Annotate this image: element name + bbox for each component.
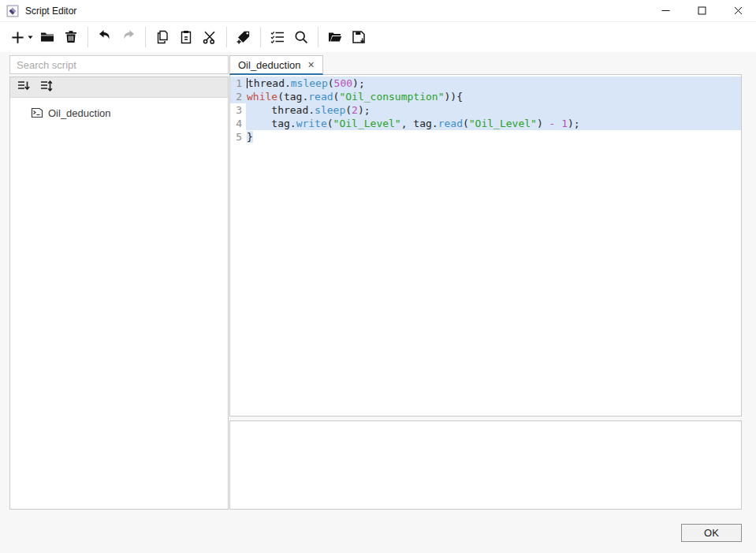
toolbar-separator: [88, 27, 88, 47]
toolbar-separator: [318, 27, 318, 47]
tag-add-icon: [236, 29, 251, 45]
line-number: 2: [230, 90, 246, 103]
code-line-4[interactable]: 4 tag.write("Oil_Level", tag.read("Oil_L…: [230, 117, 741, 130]
copy-icon: [155, 29, 170, 45]
window-title: Script Editor: [25, 6, 76, 17]
ok-button[interactable]: OK: [681, 524, 742, 542]
code-line-5[interactable]: 5}: [230, 130, 741, 144]
script-tree-panel: Oil_deduction: [9, 77, 229, 510]
sort-up-down-icon: [39, 79, 54, 95]
code-editor[interactable]: 1thread.msleep(500);2while(tag.read("Oil…: [229, 74, 742, 417]
line-text: thread.msleep(500);: [246, 77, 741, 90]
minimize-button[interactable]: [647, 0, 683, 22]
minimize-icon: [661, 6, 670, 17]
line-text: thread.sleep(2);: [246, 103, 741, 117]
folder-open-button[interactable]: [323, 25, 347, 49]
script-file-icon: [31, 106, 43, 119]
script-editor-window: { "window": { "title": "Script Editor", …: [0, 0, 756, 553]
paste-button[interactable]: [174, 25, 198, 49]
undo-button[interactable]: [93, 25, 117, 49]
search-input[interactable]: [9, 55, 229, 74]
code-lines: 1thread.msleep(500);2while(tag.read("Oil…: [230, 77, 741, 144]
save-button[interactable]: [347, 25, 371, 49]
content-area: Oil_deduction Oil_deduction × 1thread.ms…: [0, 52, 756, 553]
undo-icon: [97, 29, 113, 45]
line-text: while(tag.read("Oil_consumption")){: [246, 90, 741, 103]
toolbar-separator: [226, 27, 227, 47]
toolbar-separator: [145, 27, 146, 47]
line-number: 4: [230, 117, 246, 130]
line-text: }: [246, 130, 741, 144]
copy-button[interactable]: [151, 25, 174, 49]
cut-icon: [202, 29, 218, 45]
folder-open-icon: [327, 29, 343, 45]
checklist-icon: [270, 29, 285, 45]
selected-text: }: [247, 131, 253, 143]
maximize-button[interactable]: [683, 0, 720, 22]
cut-button[interactable]: [198, 25, 222, 49]
tab-close-icon[interactable]: ×: [308, 59, 315, 70]
code-line-3[interactable]: 3 thread.sleep(2);: [230, 103, 741, 117]
line-number: 5: [230, 130, 246, 144]
search-button[interactable]: [289, 25, 313, 49]
search-icon: [293, 29, 309, 45]
save-icon: [351, 29, 367, 45]
tag-add-button[interactable]: [232, 25, 255, 49]
line-text: tag.write("Oil_Level", tag.read("Oil_Lev…: [246, 117, 741, 130]
trash-icon: [63, 29, 79, 45]
line-number: 3: [230, 103, 246, 117]
sort-up-down-button[interactable]: [38, 79, 55, 96]
sort-bar: [10, 77, 228, 98]
output-panel: [229, 420, 742, 510]
paste-icon: [178, 29, 194, 45]
add-button[interactable]: [8, 25, 35, 49]
tree-item-label: Oil_deduction: [48, 107, 111, 119]
trash-button[interactable]: [59, 25, 83, 49]
folder-icon: [39, 29, 55, 45]
sort-descending-icon: [17, 79, 31, 95]
title-bar: Script Editor: [0, 0, 756, 22]
toolbar-items: [0, 22, 756, 52]
redo-button[interactable]: [117, 25, 140, 49]
sort-descending-button[interactable]: [15, 79, 32, 96]
close-button[interactable]: [720, 0, 756, 22]
toolbar-separator: [260, 27, 261, 47]
line-number: 1: [230, 77, 246, 90]
code-line-1[interactable]: 1thread.msleep(500);: [230, 77, 741, 90]
tab-label: Oil_deduction: [238, 59, 301, 71]
add-icon: [10, 30, 25, 45]
chevron-down-icon: [28, 35, 33, 39]
app-logo-icon: [6, 5, 19, 17]
checklist-button[interactable]: [266, 25, 289, 49]
folder-button[interactable]: [35, 25, 59, 49]
tab-oil-deduction[interactable]: Oil_deduction ×: [229, 55, 323, 75]
script-tree: Oil_deduction: [10, 98, 228, 509]
close-icon: [734, 6, 743, 17]
redo-icon: [121, 29, 136, 45]
maximize-icon: [698, 6, 706, 17]
window-controls: [647, 0, 756, 22]
tree-item-oil_deduction[interactable]: Oil_deduction: [10, 105, 228, 121]
code-line-2[interactable]: 2while(tag.read("Oil_consumption")){: [230, 90, 741, 103]
